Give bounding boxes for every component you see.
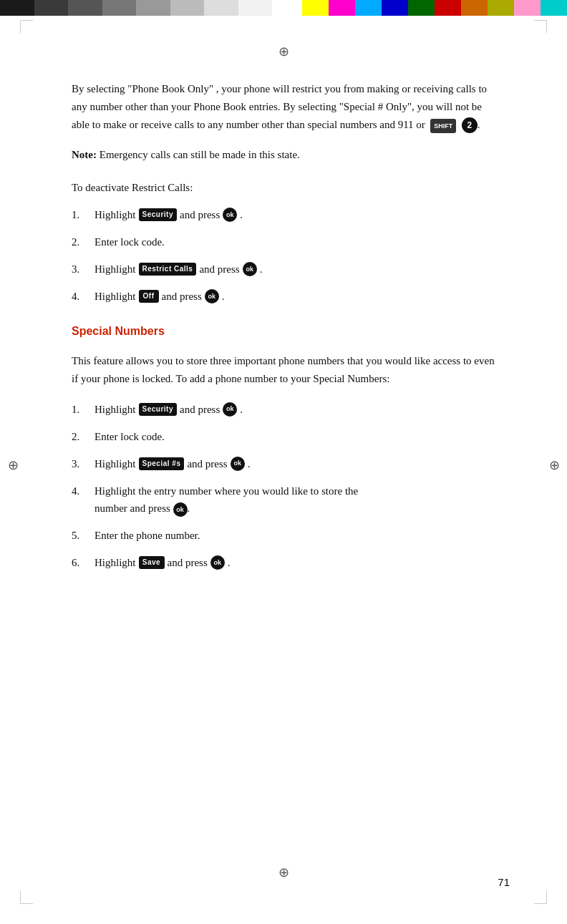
crosshair-bottom xyxy=(276,865,291,880)
corner-mark-tl xyxy=(20,20,33,33)
color-bar xyxy=(0,0,567,16)
step-4-content: Highlight Off and press ok. xyxy=(94,288,225,305)
special-numbers-paragraph: This feature allows you to store three i… xyxy=(72,352,495,388)
sn-step-1-content: Highlight Security and press ok. xyxy=(94,401,243,418)
shift-button-inline: SHIFT xyxy=(430,119,456,133)
deactivate-step-1: 1. Highlight Security and press ok. xyxy=(72,206,495,223)
page-number: 71 xyxy=(498,876,510,888)
sn-step-6-highlight: Highlight xyxy=(94,554,136,571)
sn-ok-button-1: ok xyxy=(223,402,237,417)
step-3-and-press: and press xyxy=(199,261,239,278)
intro-paragraph: By selecting "Phone Book Only" , your ph… xyxy=(72,80,495,133)
corner-mark-br xyxy=(534,891,547,904)
sn-step-1-and-press: and press xyxy=(180,401,220,418)
step-4-and-press: and press xyxy=(162,288,202,305)
step-num-3: 3. xyxy=(72,261,87,278)
step-1-content: Highlight Security and press ok. xyxy=(94,206,243,223)
sn-step-2: 2. Enter lock code. xyxy=(72,428,495,445)
sn-ok-button-6: ok xyxy=(210,555,225,570)
special-numbers-title: Special Numbers xyxy=(72,322,495,341)
deactivate-heading: To deactivate Restrict Calls: xyxy=(72,179,495,196)
step-num-4: 4. xyxy=(72,288,87,305)
sn-step-4-content: Highlight the entry number where you wou… xyxy=(94,482,358,517)
sn-step-num-1: 1. xyxy=(72,401,87,418)
special-numbers-steps: 1. Highlight Security and press ok. 2. E… xyxy=(72,401,495,571)
sn-step-5-content: Enter the phone number. xyxy=(94,527,200,544)
sn-step-num-5: 5. xyxy=(72,527,87,544)
crosshair-top xyxy=(276,44,291,59)
sn-step-3: 3. Highlight Special #s and press ok. xyxy=(72,455,495,472)
note-label: Note: xyxy=(72,149,97,160)
step-4-highlight: Highlight xyxy=(94,288,136,305)
page-content: By selecting "Phone Book Only" , your ph… xyxy=(72,80,495,571)
ok-button-3: ok xyxy=(243,262,257,276)
off-button: Off xyxy=(139,290,159,303)
step-num-2: 2. xyxy=(72,233,87,251)
sn-step-num-6: 6. xyxy=(72,554,87,571)
step-num-1: 1. xyxy=(72,206,87,223)
sn-step-num-4: 4. xyxy=(72,482,87,500)
sn-step-4-text: Highlight the entry number where you wou… xyxy=(94,482,358,517)
restrict-calls-button: Restrict Calls xyxy=(139,263,197,276)
sn-step-3-and-press: and press xyxy=(187,455,227,472)
sn-ok-button-3: ok xyxy=(231,457,245,471)
save-button: Save xyxy=(139,556,165,569)
deactivate-steps: 1. Highlight Security and press ok. 2. E… xyxy=(72,206,495,305)
sn-step-1: 1. Highlight Security and press ok. xyxy=(72,401,495,418)
security-button-1: Security xyxy=(139,208,177,221)
sn-step-3-content: Highlight Special #s and press ok. xyxy=(94,455,250,472)
sn-ok-button-4: ok xyxy=(173,502,188,517)
crosshair-mid-right xyxy=(547,458,561,472)
sn-step-4: 4. Highlight the entry number where you … xyxy=(72,482,495,517)
sn-step-5: 5. Enter the phone number. xyxy=(72,527,495,544)
note-text: Emergency calls can still be made in thi… xyxy=(100,149,300,160)
deactivate-step-3: 3. Highlight Restrict Calls and press ok… xyxy=(72,261,495,278)
sn-step-2-content: Enter lock code. xyxy=(94,428,165,445)
step-3-content: Highlight Restrict Calls and press ok. xyxy=(94,261,262,278)
ok-button-4: ok xyxy=(205,289,219,303)
step-1-highlight: Highlight xyxy=(94,206,136,223)
corner-mark-bl xyxy=(20,891,33,904)
sn-step-num-2: 2. xyxy=(72,428,87,445)
sn-step-6-content: Highlight Save and press ok. xyxy=(94,554,231,571)
step-1-and-press: and press xyxy=(180,206,220,223)
two-button-inline: 2 xyxy=(462,117,478,133)
deactivate-step-2: 2. Enter lock code. xyxy=(72,233,495,251)
sn-step-num-3: 3. xyxy=(72,455,87,472)
sn-step-1-highlight: Highlight xyxy=(94,401,136,418)
crosshair-mid-left xyxy=(6,458,20,472)
sn-step-6-and-press: and press xyxy=(168,554,208,571)
intro-text: By selecting "Phone Book Only" , your ph… xyxy=(72,83,487,130)
sn-security-button: Security xyxy=(139,403,177,416)
special-hash-button: Special #s xyxy=(139,457,185,470)
deactivate-step-4: 4. Highlight Off and press ok. xyxy=(72,288,495,305)
corner-mark-tr xyxy=(534,20,547,33)
step-2-content: Enter lock code. xyxy=(94,233,165,251)
ok-button-1: ok xyxy=(223,208,237,222)
step-3-highlight: Highlight xyxy=(94,261,136,278)
sn-step-3-highlight: Highlight xyxy=(94,455,136,472)
sn-step-6: 6. Highlight Save and press ok. xyxy=(72,554,495,571)
note-paragraph: Note: Emergency calls can still be made … xyxy=(72,146,495,163)
